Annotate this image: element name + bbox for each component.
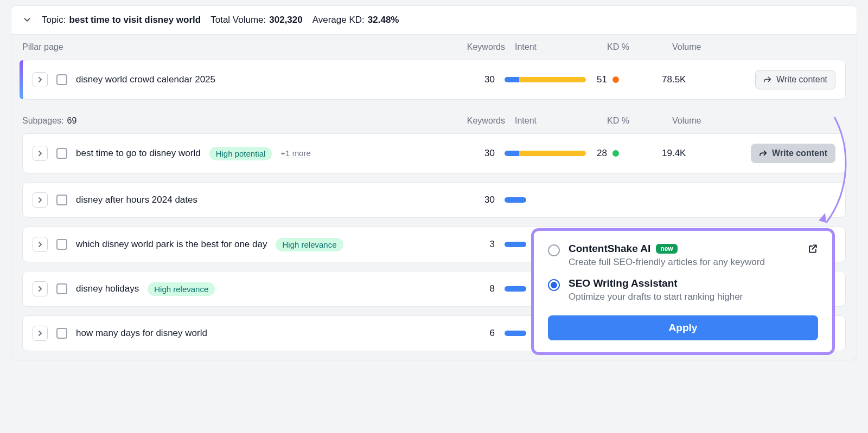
topic-panel: Topic: best time to visit disney world T…: [11, 5, 857, 360]
row-checkbox[interactable]: [56, 239, 67, 250]
chevron-right-icon: [37, 241, 43, 248]
kd-dot-icon: [612, 76, 619, 83]
topic-label: Topic:: [42, 15, 66, 25]
chevron-right-icon: [37, 197, 43, 203]
subpage-row: disney after hours 2024 dates30: [22, 182, 846, 218]
intent-bar: [505, 77, 586, 82]
col-kd: KD %: [607, 42, 672, 52]
new-badge: new: [656, 244, 677, 254]
chevron-right-icon: [37, 330, 43, 337]
expand-button[interactable]: [33, 237, 48, 252]
total-volume-value: 302,320: [269, 15, 302, 25]
pillar-row: disney world crowd calendar 2025 30 51 7…: [22, 60, 846, 100]
kd-cell: 28: [597, 148, 662, 159]
kd-cell: 51: [597, 74, 662, 85]
col-kd: KD %: [607, 116, 672, 126]
col-volume: Volume: [672, 42, 737, 52]
more-tags-link[interactable]: +1 more: [280, 148, 310, 158]
intent-bar: [505, 286, 526, 292]
kd-dot-icon: [612, 150, 619, 157]
col-volume: Volume: [672, 116, 737, 126]
write-content-popup: ContentShake AI new Create full SEO-frie…: [531, 228, 835, 355]
kd-value: 51: [597, 74, 607, 85]
intent-cell: [505, 77, 597, 82]
option-title: SEO Writing Assistant: [569, 277, 678, 289]
keywords-count: 6: [445, 328, 505, 339]
intent-bar: [505, 242, 526, 247]
topic-header: Topic: best time to visit disney world T…: [11, 6, 857, 35]
arrow-redo-icon: [763, 75, 772, 84]
write-content-label: Write content: [772, 148, 827, 158]
volume-value: 19.4K: [662, 148, 727, 159]
option-description: Optimize your drafts to start ranking hi…: [569, 292, 818, 302]
col-intent: Intent: [515, 116, 607, 126]
total-volume-label: Total Volume:: [210, 15, 266, 25]
subpage-row: best time to go to disney worldHigh pote…: [22, 133, 846, 173]
keywords-count: 8: [445, 283, 505, 294]
intent-cell: [505, 197, 597, 203]
keywords-count: 3: [445, 239, 505, 250]
row-checkbox[interactable]: [56, 74, 67, 85]
tag-badge: High relevance: [148, 282, 215, 296]
pillar-section-header: Pillar page Keywords Intent KD % Volume: [11, 35, 857, 60]
avg-kd-label: Average KD:: [312, 15, 365, 25]
apply-button[interactable]: Apply: [548, 315, 818, 340]
write-content-button[interactable]: Write content: [755, 70, 835, 89]
expand-button[interactable]: [33, 281, 48, 296]
popup-option-contentshake[interactable]: ContentShake AI new Create full SEO-frie…: [548, 243, 818, 268]
option-description: Create full SEO-friendly articles for an…: [569, 257, 818, 268]
expand-button[interactable]: [33, 192, 48, 208]
row-checkbox[interactable]: [56, 283, 67, 294]
keyword-title[interactable]: disney world crowd calendar 2025: [76, 74, 215, 85]
chevron-down-icon[interactable]: [22, 15, 32, 25]
keyword-title[interactable]: best time to go to disney world: [76, 148, 201, 159]
arrow-redo-icon: [759, 149, 768, 158]
row-checkbox[interactable]: [56, 328, 67, 339]
col-keywords: Keywords: [455, 42, 515, 52]
chevron-right-icon: [37, 286, 43, 292]
kd-value: 28: [597, 148, 607, 159]
expand-button[interactable]: [33, 146, 48, 161]
intent-bar: [505, 331, 526, 336]
keywords-count: 30: [445, 195, 505, 205]
row-checkbox[interactable]: [56, 148, 67, 159]
intent-cell: [505, 151, 597, 156]
write-content-label: Write content: [776, 75, 827, 85]
popup-option-swa[interactable]: SEO Writing Assistant Optimize your draf…: [548, 277, 818, 302]
external-link-icon[interactable]: [807, 243, 818, 254]
avg-kd-value: 32.48%: [368, 15, 399, 25]
tag-badge: High relevance: [276, 238, 343, 251]
chevron-right-icon: [37, 150, 43, 157]
expand-button[interactable]: [33, 72, 48, 87]
keywords-count: 30: [445, 74, 505, 85]
keyword-title[interactable]: how many days for disney world: [76, 328, 207, 339]
subpages-label: Subpages:: [22, 116, 64, 126]
pillar-section-label: Pillar page: [22, 42, 455, 52]
col-keywords: Keywords: [455, 116, 515, 126]
keyword-title[interactable]: which disney world park is the best for …: [76, 239, 267, 250]
radio-icon[interactable]: [548, 244, 560, 256]
intent-bar: [505, 197, 526, 203]
tag-badge: High potential: [209, 147, 272, 160]
col-intent: Intent: [515, 42, 607, 52]
subpages-count: 69: [67, 116, 77, 126]
option-title: ContentShake AI: [569, 243, 650, 255]
subpages-section-header: Subpages: 69 Keywords Intent KD % Volume: [11, 108, 857, 133]
radio-icon[interactable]: [548, 279, 560, 291]
topic-name: best time to visit disney world: [69, 15, 201, 25]
chevron-right-icon: [37, 76, 43, 83]
keywords-count: 30: [445, 148, 505, 159]
volume-value: 78.5K: [662, 74, 727, 85]
write-content-button[interactable]: Write content: [751, 144, 835, 163]
keyword-title[interactable]: disney holidays: [76, 283, 139, 294]
keyword-title[interactable]: disney after hours 2024 dates: [76, 195, 197, 205]
row-checkbox[interactable]: [56, 195, 67, 205]
expand-button[interactable]: [33, 326, 48, 341]
intent-bar: [505, 151, 586, 156]
